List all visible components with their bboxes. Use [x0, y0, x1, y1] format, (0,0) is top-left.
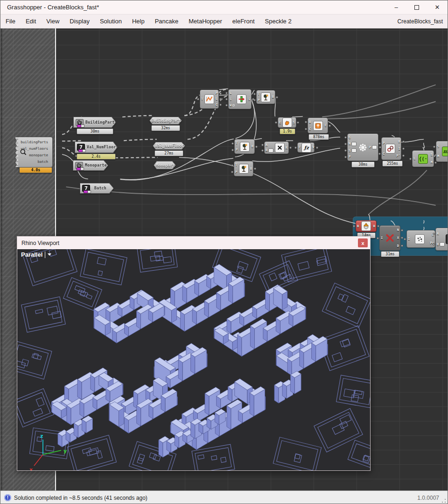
- tree2-component[interactable]: TPB: [234, 139, 255, 154]
- output-port-b[interactable]: B: [272, 95, 274, 99]
- output-port-r[interactable]: R: [396, 140, 400, 144]
- output-port-b[interactable]: B: [252, 145, 253, 148]
- output-port-p'[interactable]: P': [396, 154, 400, 158]
- output-port-b[interactable]: B: [373, 224, 375, 228]
- gear-component[interactable]: GNSPP: [347, 133, 378, 161]
- input-port-f[interactable]: F: [299, 146, 301, 149]
- output-port-n[interactable]: N: [397, 228, 399, 232]
- output-port-s[interactable]: S: [293, 121, 295, 125]
- cap-batch[interactable]: 7Batch: [80, 183, 114, 194]
- relay-buildingparts[interactable]: BuildingParts: [149, 117, 182, 125]
- input-port-c[interactable]: C: [383, 152, 385, 156]
- output-port-d[interactable]: D: [397, 244, 399, 248]
- menu-item-view[interactable]: View: [41, 14, 64, 28]
- replace-component[interactable]: LiWi: [228, 89, 252, 109]
- input-port-g[interactable]: G: [349, 136, 357, 140]
- tree1-component[interactable]: TPB: [256, 90, 275, 104]
- input-port-e[interactable]: E: [279, 121, 281, 125]
- input-port-m[interactable]: M: [437, 154, 439, 158]
- input-port-p[interactable]: P: [383, 141, 385, 145]
- menu-item-pancake[interactable]: Pancake: [150, 14, 184, 28]
- maximize-button[interactable]: [406, 0, 427, 14]
- output-port-c[interactable]: C: [216, 103, 217, 107]
- output-port-v[interactable]: V: [312, 146, 314, 149]
- input-port-p[interactable]: P: [258, 98, 259, 102]
- output-port-p[interactable]: P: [369, 145, 377, 149]
- input-port-b[interactable]: B: [357, 224, 359, 228]
- viewport-close-button[interactable]: x: [358, 238, 368, 247]
- relay-monoparte[interactable]: Monoparte: [154, 161, 176, 169]
- output-port-l[interactable]: L: [216, 97, 217, 101]
- input-port-p[interactable]: P: [235, 170, 237, 174]
- rhino-viewport-window[interactable]: Rhino Viewport x Parallel zyx: [17, 236, 371, 471]
- input-port-w[interactable]: W: [230, 104, 235, 107]
- entwine-component[interactable]: L{(·SM: [412, 150, 434, 167]
- stream-component[interactable]: SMm/: [436, 141, 448, 162]
- sort-component[interactable]: TPLC: [200, 90, 219, 109]
- output-port-m[interactable]: M: [431, 161, 433, 164]
- menu-item-solution[interactable]: Solution: [95, 14, 127, 28]
- output-port-p[interactable]: P: [216, 91, 217, 95]
- output-port-s[interactable]: S: [431, 153, 433, 157]
- input-port-p[interactable]: P: [349, 155, 357, 159]
- input-port-t[interactable]: T: [258, 92, 259, 96]
- import-cluster-component[interactable]: buildingPartsval_numFloorsmonopartebatch: [17, 137, 53, 168]
- input-port-a[interactable]: A: [437, 232, 445, 236]
- input-port-t[interactable]: T: [236, 141, 238, 145]
- input-port-t[interactable]: T: [201, 98, 203, 101]
- input-port-s[interactable]: S: [349, 148, 357, 153]
- menu-item-elefront[interactable]: eleFront: [227, 14, 260, 28]
- input-port-i[interactable]: I: [381, 236, 383, 240]
- output-port-e[interactable]: E: [325, 124, 327, 127]
- cap-monoparte[interactable]: Monoparte: [73, 160, 108, 171]
- sparkle-component[interactable]: IRPr: [406, 230, 435, 248]
- cap-buildingparts[interactable]: BuildingParts: [73, 117, 116, 128]
- viewport-client[interactable]: Parallel zyx: [17, 249, 370, 470]
- input-port-c[interactable]: C: [309, 127, 311, 131]
- tree3-component[interactable]: TPB: [234, 161, 253, 176]
- projection-dropdown[interactable]: Parallel: [21, 251, 51, 258]
- input-port-l[interactable]: L: [413, 157, 415, 161]
- input-port-b[interactable]: B: [266, 148, 273, 153]
- grasshopper-canvas[interactable]: buildingPartsval_numFloorsmonopartebatch…: [0, 28, 448, 490]
- flame-component[interactable]: ES: [278, 117, 296, 128]
- output-port-r[interactable]: R: [286, 146, 287, 150]
- eval-component[interactable]: FƒzV: [297, 142, 315, 153]
- minimize-button[interactable]: –: [386, 0, 406, 14]
- input-port-i[interactable]: I: [408, 237, 410, 241]
- title-bar[interactable]: Grasshopper - CreateBlocks_fast* – ✕: [0, 0, 448, 14]
- book-component[interactable]: BCE: [308, 118, 328, 133]
- input-port-b[interactable]: B: [309, 120, 311, 124]
- input-port-s[interactable]: S: [437, 145, 439, 148]
- menu-item-file[interactable]: File: [0, 14, 21, 28]
- output-port-b[interactable]: B: [250, 167, 252, 171]
- input-port-l[interactable]: L: [230, 91, 235, 95]
- cap-valnumfloors[interactable]: 7Val_NumFloors: [75, 141, 118, 153]
- menu-item-metahopper[interactable]: MetaHopper: [183, 14, 227, 28]
- output-port-i[interactable]: i: [248, 98, 250, 101]
- viewport-title-bar[interactable]: Rhino Viewport x: [17, 237, 370, 249]
- output-port-i[interactable]: I: [396, 147, 400, 151]
- input-port-n[interactable]: N: [349, 142, 357, 146]
- cluster-output-val_numFloors[interactable]: val_numFloors: [17, 146, 52, 152]
- bake-component[interactable]: BB: [356, 220, 377, 232]
- input-port-t[interactable]: T: [235, 163, 237, 167]
- resize-grip[interactable]: [441, 498, 446, 503]
- input-port-p[interactable]: P: [236, 148, 238, 152]
- cluster-output-monoparte[interactable]: monoparte: [17, 152, 52, 159]
- cluster-output-buildingParts[interactable]: buildingParts: [17, 139, 52, 146]
- menu-item-edit[interactable]: Edit: [21, 14, 41, 28]
- close-button[interactable]: ✕: [427, 0, 448, 14]
- menu-item-help[interactable]: Help: [127, 14, 150, 28]
- cluster-output-batch[interactable]: batch: [17, 159, 52, 165]
- input-port-b[interactable]: B: [437, 242, 445, 246]
- mult-component[interactable]: ABR: [264, 141, 289, 154]
- input-port-i[interactable]: i: [230, 98, 235, 101]
- menu-item-display[interactable]: Display: [64, 14, 95, 28]
- greater-component[interactable]: AB>: [435, 228, 448, 251]
- orient-component[interactable]: PCRIP': [381, 137, 401, 160]
- input-port-a[interactable]: A: [266, 143, 273, 147]
- delx-component[interactable]: INXD: [379, 225, 400, 251]
- output-port-x[interactable]: X: [397, 236, 399, 240]
- menu-item-speckle-2[interactable]: Speckle 2: [260, 14, 297, 28]
